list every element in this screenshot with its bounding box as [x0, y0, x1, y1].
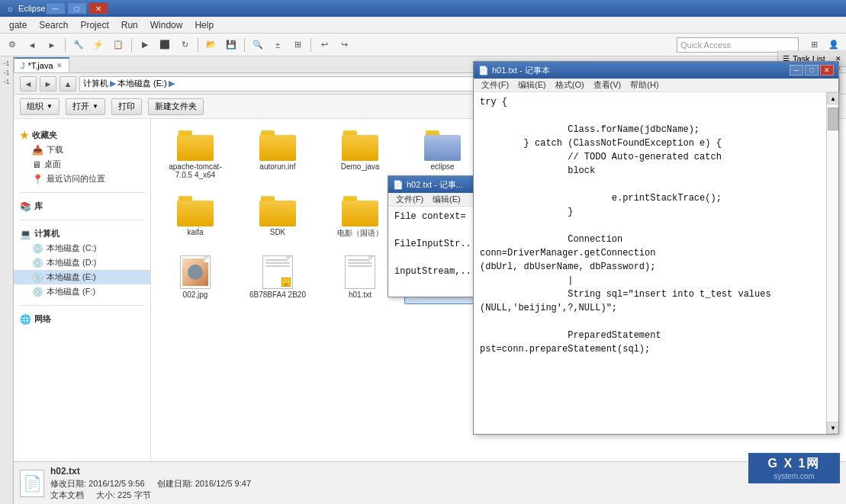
back-button[interactable]: ◄	[20, 76, 37, 91]
nav-recent[interactable]: 📍 最近访问的位置	[14, 172, 150, 186]
open-arrow: ▼	[92, 103, 98, 110]
scrollbar-thumb[interactable]	[828, 108, 838, 130]
scrollbar-track[interactable]	[827, 104, 838, 422]
status-bar: 📄 h02.txt 修改日期: 2016/12/5 9:56 创建日期: 201…	[14, 461, 846, 504]
computer-header[interactable]: 💻 计算机	[14, 226, 150, 241]
recent-icon: 📍	[32, 174, 43, 185]
maximize-button[interactable]: □	[67, 2, 87, 14]
file-item-kaifa[interactable]: kaifa	[157, 191, 233, 244]
notepad-h01-maximize[interactable]: □	[805, 65, 819, 75]
file-name-eclipse: eclipse	[430, 162, 454, 171]
forward-button[interactable]: ►	[40, 76, 56, 91]
notepad-h02-menu-file[interactable]: 文件(F)	[391, 194, 428, 205]
download-icon: 📥	[32, 145, 43, 156]
toolbar-btn-1[interactable]: ⚙	[3, 37, 21, 53]
menu-run[interactable]: Run	[115, 18, 144, 32]
folder-icon-demojava	[342, 130, 378, 161]
close-button[interactable]: ✕	[88, 2, 108, 14]
nav-drive-e[interactable]: 💿 本地磁盘 (E:)	[14, 270, 150, 284]
toolbar-btn-14[interactable]: ⊞	[288, 37, 307, 53]
toolbar-btn-4[interactable]: 🔧	[69, 37, 88, 53]
toolbar-btn-15[interactable]: ↩	[315, 37, 333, 53]
toolbar-btn-12[interactable]: 🔍	[249, 37, 267, 53]
title-bar: ☼ Eclipse ─ □ ✕	[0, 0, 846, 17]
status-file-glyph: 📄	[23, 474, 42, 493]
notepad-h01-scrollbar[interactable]: ▲ ▼	[826, 92, 838, 434]
file-name-movies-chinese: 电影（国语）	[337, 228, 383, 239]
drive-e-icon: 💿	[32, 272, 43, 283]
folder-icon-kaifa	[177, 196, 214, 226]
notepad-h01-body: try { Class.forName(jdbcName); } catch (…	[474, 92, 838, 434]
menu-window[interactable]: Window	[144, 18, 189, 32]
nav-download[interactable]: 📥 下载	[14, 143, 150, 157]
file-item-locked[interactable]: 🔒 6B78BFA4 2B20	[240, 250, 316, 304]
status-created: 创建日期: 2016/12/5 9:47	[157, 478, 252, 490]
toolbar-btn-3[interactable]: ►	[43, 37, 61, 53]
menu-project[interactable]: Project	[74, 18, 114, 32]
new-folder-button[interactable]: 新建文件夹	[148, 98, 204, 115]
notepad-h02-menu-edit[interactable]: 编辑(E)	[428, 194, 465, 205]
notepad-h01: 📄 h01.txt - 记事本 ─ □ ✕ 文件(F) 编辑(E) 格式(O) …	[473, 61, 839, 435]
nav-panel: ★ 收藏夹 📥 下载 🖥 桌面 📍 最近访	[14, 119, 151, 461]
organize-arrow: ▼	[47, 103, 53, 110]
toolbar-btn-6[interactable]: 📋	[109, 37, 127, 53]
toolbar-btn-8[interactable]: ⬛	[156, 37, 174, 53]
favorites-header[interactable]: ★ 收藏夹	[14, 128, 150, 143]
toolbar-btn-13[interactable]: ±	[269, 37, 287, 53]
file-item-demojava[interactable]: Demo_java	[322, 125, 398, 185]
notepad-h01-menu-format[interactable]: 格式(O)	[551, 79, 589, 91]
file-item-sdk[interactable]: SDK	[240, 191, 316, 244]
nav-drive-d[interactable]: 💿 本地磁盘 (D:)	[14, 255, 150, 270]
scrollbar-down-btn[interactable]: ▼	[827, 422, 838, 434]
toolbar-btn-2[interactable]: ◄	[23, 37, 41, 53]
notepad-h01-menu-help[interactable]: 帮助(H)	[626, 79, 663, 91]
toolbar-btn-11[interactable]: 💾	[222, 37, 240, 53]
menu-search[interactable]: Search	[33, 18, 74, 32]
file-item-apache-tomcat[interactable]: apache-tomcat-7.0.5 4_x64	[157, 125, 233, 185]
notepad-h01-menu-edit[interactable]: 编辑(E)	[513, 79, 551, 91]
notepad-h01-minimize[interactable]: ─	[790, 65, 803, 75]
nav-drive-f-label: 本地磁盘 (F:)	[47, 286, 95, 297]
txt-icon-h01	[345, 255, 375, 289]
notepad-h01-close[interactable]: ✕	[820, 65, 834, 75]
img-icon-002jpg	[180, 255, 211, 289]
print-button[interactable]: 打印	[111, 98, 142, 115]
toolbar-separator-3	[198, 38, 198, 52]
file-item-autorun[interactable]: autorun.inf	[240, 125, 316, 185]
nav-desktop[interactable]: 🖥 桌面	[14, 157, 150, 172]
file-item-002jpg[interactable]: 002.jpg	[157, 250, 233, 304]
nav-drive-c[interactable]: 💿 本地磁盘 (C:)	[14, 241, 150, 255]
print-label: 打印	[118, 101, 135, 112]
open-button[interactable]: 打开 ▼	[66, 98, 105, 115]
organize-button[interactable]: 组织 ▼	[20, 98, 60, 115]
network-header[interactable]: 🌐 网络	[14, 312, 150, 326]
toolbar-separator-4	[244, 38, 245, 52]
toolbar-btn-16[interactable]: ↪	[335, 37, 353, 53]
toolbar-btn-9[interactable]: ↻	[175, 37, 194, 53]
toolbar-btn-10[interactable]: 📂	[202, 37, 220, 53]
tab-tjava[interactable]: J *T.java ✕	[14, 57, 69, 72]
folder-body	[177, 135, 214, 161]
minimize-button[interactable]: ─	[46, 2, 66, 14]
menu-gate[interactable]: gate	[3, 18, 33, 32]
notepad-h01-menu-file[interactable]: 文件(F)	[477, 79, 513, 91]
file-item-movies-chinese[interactable]: 电影（国语）	[322, 191, 398, 244]
menu-help[interactable]: Help	[188, 18, 220, 32]
tab-tjava-close[interactable]: ✕	[56, 62, 63, 69]
notepad-h01-content[interactable]: try { Class.forName(jdbcName); } catch (…	[474, 92, 826, 434]
quick-access-label: Quick Access	[680, 40, 731, 50]
notepad-h01-menu-view[interactable]: 查看(V)	[589, 79, 626, 91]
toolbar-separator-5	[310, 38, 311, 52]
up-button[interactable]: ▲	[60, 76, 76, 91]
menu-bar: gate Search Project Run Window Help	[0, 17, 846, 34]
toolbar-btn-5[interactable]: ⚡	[89, 37, 108, 53]
file-item-h01txt[interactable]: h01.txt	[322, 250, 398, 304]
watermark-domain: system.com	[768, 472, 821, 480]
notepad-h01-title-bar: 📄 h01.txt - 记事本 ─ □ ✕	[474, 62, 838, 79]
scrollbar-up-btn[interactable]: ▲	[827, 92, 838, 104]
libraries-header[interactable]: 📚 库	[14, 199, 150, 213]
nav-drive-f[interactable]: 💿 本地磁盘 (F:)	[14, 284, 150, 299]
nav-drive-c-label: 本地磁盘 (C:)	[47, 242, 96, 254]
watermark-content: G X 1网 system.com	[768, 456, 821, 480]
toolbar-btn-7[interactable]: ▶	[136, 37, 154, 53]
